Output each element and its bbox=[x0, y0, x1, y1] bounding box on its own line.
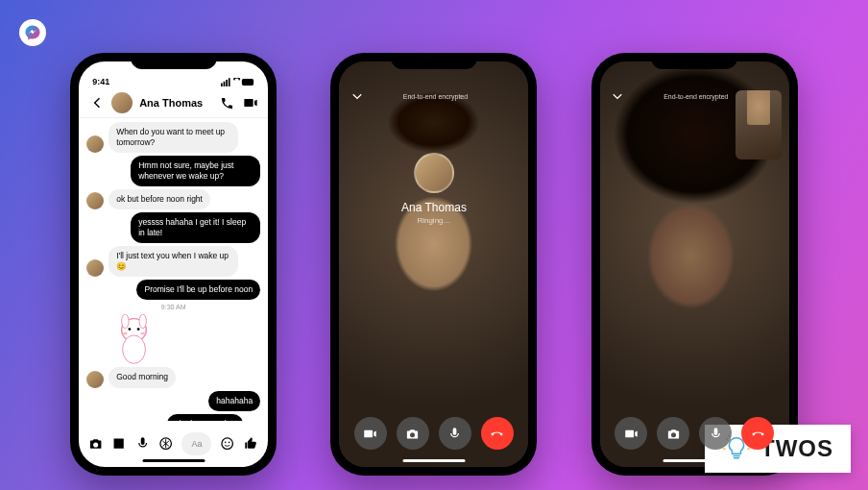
home-indicator bbox=[663, 459, 726, 462]
camera-icon[interactable] bbox=[88, 435, 103, 453]
flip-camera-button[interactable] bbox=[657, 417, 689, 450]
end-call-button[interactable] bbox=[481, 417, 514, 450]
status-time: 9:41 bbox=[92, 77, 109, 86]
message-in: When do you want to meet up tomorrow? bbox=[86, 122, 260, 153]
svg-point-6 bbox=[123, 332, 128, 335]
end-call-button[interactable] bbox=[741, 417, 774, 450]
self-video-pip[interactable] bbox=[735, 90, 782, 159]
video-call-icon[interactable] bbox=[242, 95, 258, 111]
chat-header: Ana Thomas bbox=[79, 88, 268, 118]
toggle-video-button[interactable] bbox=[354, 417, 387, 450]
sticker[interactable] bbox=[108, 314, 160, 367]
caller-video bbox=[339, 61, 528, 467]
message-in: Good morning bbox=[86, 367, 260, 387]
svg-point-4 bbox=[137, 329, 140, 331]
notch bbox=[391, 53, 477, 69]
notch bbox=[131, 53, 217, 69]
messenger-logo bbox=[19, 19, 46, 46]
toggle-video-button[interactable] bbox=[615, 417, 647, 450]
avatar bbox=[86, 371, 104, 388]
message-input[interactable]: Aa bbox=[181, 432, 211, 455]
encryption-label: End-to-end encrypted bbox=[365, 93, 505, 100]
flip-camera-button[interactable] bbox=[397, 417, 429, 450]
phone-active-call: 9:41 End-to-end encrypted bbox=[591, 53, 798, 476]
message-in: ok but before noon right bbox=[86, 189, 260, 209]
svg-point-9 bbox=[222, 438, 232, 449]
phone-ringing: 9:41 End-to-end encrypted Ana Thomas Rin… bbox=[330, 53, 537, 476]
message-out: ok ok I'm awake!✓ bbox=[86, 414, 260, 421]
caller-info: Ana Thomas Ringing… bbox=[401, 153, 467, 225]
caller-avatar bbox=[414, 153, 454, 193]
mute-button[interactable] bbox=[699, 417, 732, 450]
chevron-down-icon[interactable] bbox=[349, 88, 365, 105]
message-in: I'll just text you when I wake up 😊 bbox=[86, 246, 260, 277]
call-header: End-to-end encrypted bbox=[339, 88, 528, 105]
chevron-down-icon[interactable] bbox=[610, 88, 626, 105]
timestamp: 9:30 AM bbox=[86, 304, 260, 310]
svg-point-1 bbox=[122, 314, 129, 329]
call-controls bbox=[615, 417, 774, 450]
avatar bbox=[86, 192, 104, 209]
back-icon[interactable] bbox=[88, 95, 105, 111]
mute-button[interactable] bbox=[439, 417, 471, 450]
audio-call-icon[interactable] bbox=[219, 95, 235, 111]
call-controls bbox=[354, 417, 514, 450]
svg-point-3 bbox=[129, 329, 132, 331]
gallery-icon[interactable] bbox=[111, 435, 126, 453]
composer: Aa bbox=[79, 425, 268, 463]
mic-icon[interactable] bbox=[135, 435, 150, 453]
home-indicator bbox=[402, 459, 465, 462]
gif-icon[interactable] bbox=[158, 435, 173, 453]
like-icon[interactable] bbox=[244, 435, 258, 453]
message-out: hahahaha bbox=[86, 391, 260, 411]
message-out: Hmm not sure, maybe just whenever we wak… bbox=[86, 156, 260, 186]
svg-point-7 bbox=[141, 332, 146, 335]
avatar bbox=[86, 135, 104, 153]
call-status: Ringing… bbox=[401, 216, 467, 225]
emoji-icon[interactable] bbox=[220, 435, 234, 453]
notch bbox=[651, 53, 737, 69]
video-background bbox=[339, 61, 528, 467]
svg-point-5 bbox=[123, 335, 146, 363]
avatar bbox=[86, 259, 104, 277]
phone-chat: 9:41 Ana Thomas When do you want to meet… bbox=[70, 53, 277, 476]
self-video bbox=[747, 90, 770, 125]
message-list: When do you want to meet up tomorrow? Hm… bbox=[79, 118, 268, 421]
status-indicators bbox=[221, 78, 254, 86]
home-indicator bbox=[142, 459, 205, 462]
svg-point-11 bbox=[229, 442, 230, 444]
caller-name: Ana Thomas bbox=[401, 201, 467, 214]
message-out: yessss hahaha I get it! I sleep in late! bbox=[86, 212, 260, 243]
avatar[interactable] bbox=[111, 92, 133, 113]
messenger-icon bbox=[24, 24, 41, 41]
svg-point-10 bbox=[225, 442, 227, 444]
message-out: Promise I'll be up before noon bbox=[86, 280, 260, 300]
contact-name[interactable]: Ana Thomas bbox=[139, 97, 212, 109]
svg-point-2 bbox=[139, 314, 146, 329]
